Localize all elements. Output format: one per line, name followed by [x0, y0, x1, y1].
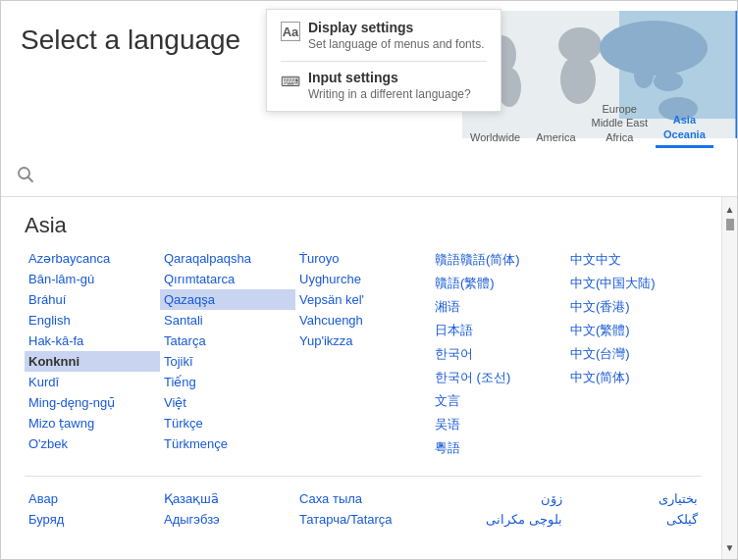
list-item[interactable]: Tojikī — [160, 351, 295, 372]
list-item[interactable]: Türkçe — [160, 413, 295, 433]
list-item[interactable]: Саха тыла — [295, 488, 431, 509]
other-col-2: Қазақша҄ Адыгэбзэ — [160, 488, 295, 530]
list-item[interactable]: Буряд — [25, 509, 160, 530]
other-language-grid: Авар Буряд Қазақша҄ Адыгэбзэ Саха тыла Т… — [25, 488, 702, 530]
list-item[interactable]: Ming-dęng-ngụ̄ — [25, 392, 160, 413]
asia-col-2: Qaraqalpaqsha Qırımtatarca Qazaqşa Santa… — [160, 248, 295, 460]
title-area: Select a language — [21, 17, 240, 56]
tab-asia-oceania[interactable]: Asia Oceania — [656, 109, 713, 148]
list-item[interactable]: 中文(简体) — [566, 366, 702, 389]
list-item[interactable]: 吴语 — [431, 413, 566, 436]
other-col-5: بختیاری گیلکی — [566, 488, 702, 530]
scroll-up-arrow[interactable]: ▲ — [722, 201, 738, 217]
input-settings-desc: Writing in a different language? — [308, 87, 471, 101]
list-item[interactable]: Việt — [160, 392, 295, 413]
list-item[interactable]: 中文(中国大陆) — [566, 272, 702, 295]
tab-worldwide[interactable]: Worldwide — [462, 127, 528, 148]
tab-america[interactable]: America — [528, 127, 583, 148]
list-item[interactable]: Mizo ṭawng — [25, 413, 160, 433]
region-tabs: Worldwide America Europe Middle East Afr… — [462, 98, 737, 148]
search-input[interactable] — [42, 169, 721, 185]
list-item-konknni[interactable]: Konknni — [25, 351, 160, 372]
select-language-dialog: ✕ Select a language Aa Display settings … — [0, 0, 738, 560]
list-item[interactable]: 湘语 — [431, 295, 566, 319]
list-item[interactable]: 文言 — [431, 389, 566, 413]
display-settings-item[interactable]: Aa Display settings Set language of menu… — [281, 20, 487, 51]
input-settings-label: Input settings — [308, 70, 471, 85]
list-item[interactable]: Tatarça — [160, 331, 295, 351]
map-area: Worldwide America Europe Middle East Afr… — [462, 1, 737, 148]
list-item[interactable]: 中文(香港) — [566, 295, 702, 319]
list-item[interactable]: Tiếng — [160, 372, 295, 392]
list-item[interactable]: Santali — [160, 310, 295, 331]
list-item[interactable]: Vahcuengh — [295, 310, 431, 331]
list-item[interactable]: Yup'ikzza — [295, 331, 431, 351]
section-divider — [25, 476, 702, 477]
scroll-thumb[interactable] — [726, 219, 734, 230]
svg-point-5 — [634, 61, 654, 88]
asia-section: Asia Azərbaycanca Bân-lâm-gú Bráhuí Engl… — [25, 213, 702, 460]
asia-col-1: Azərbaycanca Bân-lâm-gú Bráhuí English H… — [25, 248, 160, 460]
scroll-track — [722, 217, 737, 539]
list-item[interactable]: Татарча/Tatarça — [295, 509, 431, 530]
list-item[interactable]: 贛語贛語(简体) — [431, 248, 566, 272]
content-area: Asia Azərbaycanca Bân-lâm-gú Bráhuí Engl… — [1, 197, 737, 559]
list-item[interactable]: 한국어 (조선) — [431, 366, 566, 389]
search-icon — [17, 166, 34, 188]
list-item[interactable]: زۆن — [431, 488, 566, 509]
asia-col-3: Ṫuroyo Uyghurche Vepsän kel' Vahcuengh Y… — [295, 248, 431, 460]
svg-point-3 — [560, 55, 596, 104]
svg-point-4 — [600, 21, 708, 76]
list-item[interactable]: 日本語 — [431, 319, 566, 342]
list-item[interactable]: Адыгэбзэ — [160, 509, 295, 530]
settings-divider — [281, 61, 487, 62]
list-item[interactable]: بلوچی مکرانی — [431, 509, 566, 530]
other-section: Авар Буряд Қазақша҄ Адыгэбзэ Саха тыла Т… — [25, 488, 702, 530]
other-col-3: Саха тыла Татарча/Tatarça — [295, 488, 431, 530]
search-bar — [1, 158, 737, 197]
list-item[interactable]: Azərbaycanca — [25, 248, 160, 269]
input-settings-icon: ⌨ — [281, 72, 300, 91]
list-item[interactable]: Vepsän kel' — [295, 289, 431, 310]
list-item[interactable]: 中文中文 — [566, 248, 702, 272]
list-item[interactable]: Uyghurche — [295, 269, 431, 289]
list-item[interactable]: Qırımtatarca — [160, 269, 295, 289]
scroll-down-arrow[interactable]: ▼ — [722, 539, 738, 555]
list-item-qazaqsa[interactable]: Qazaqşa — [160, 289, 295, 310]
dialog-header: Select a language Aa Display settings Se… — [1, 1, 737, 158]
list-item[interactable]: Kurdî — [25, 372, 160, 392]
display-settings-desc: Set language of menus and fonts. — [308, 37, 484, 51]
list-item[interactable]: 한국어 — [431, 342, 566, 366]
list-item[interactable]: Bân-lâm-gú — [25, 269, 160, 289]
list-item[interactable]: 中文(繁體) — [566, 319, 702, 342]
list-item[interactable]: 粵語 — [431, 436, 566, 460]
list-item[interactable]: 贛語(繁體) — [431, 272, 566, 295]
other-col-4: زۆن بلوچی مکرانی — [431, 488, 566, 530]
list-item[interactable]: Bráhuí — [25, 289, 160, 310]
tab-europe-middle-east-africa[interactable]: Europe Middle East Africa — [584, 98, 656, 148]
input-settings-item[interactable]: ⌨ Input settings Writing in a different … — [281, 70, 487, 101]
svg-point-6 — [654, 72, 683, 91]
display-settings-icon: Aa — [281, 22, 300, 41]
list-item[interactable]: O'zbek — [25, 433, 160, 454]
asia-language-grid: Azərbaycanca Bân-lâm-gú Bráhuí English H… — [25, 248, 702, 460]
list-item[interactable]: Qaraqalpaqsha — [160, 248, 295, 269]
list-item[interactable]: Ṫuroyo — [295, 248, 431, 269]
svg-line-12 — [28, 178, 33, 182]
list-item[interactable]: گیلکی — [566, 509, 702, 530]
list-item[interactable]: Авар — [25, 488, 160, 509]
list-item[interactable]: English — [25, 310, 160, 331]
dialog-title: Select a language — [21, 25, 240, 56]
list-item[interactable]: Hak-kâ-fa — [25, 331, 160, 351]
list-item[interactable]: بختیاری — [566, 488, 702, 509]
display-settings-label: Display settings — [308, 20, 484, 35]
list-item[interactable]: Türkmençe — [160, 433, 295, 454]
other-col-1: Авар Буряд — [25, 488, 160, 530]
scrollbar: ▲ ▼ — [721, 197, 737, 559]
list-item[interactable]: Қазақша҄ — [160, 488, 295, 509]
language-list: Asia Azərbaycanca Bân-lâm-gú Bráhuí Engl… — [1, 197, 721, 559]
asia-header: Asia — [25, 213, 702, 238]
asia-col-4: 贛語贛語(简体) 贛語(繁體) 湘语 日本語 한국어 한국어 (조선) 文言 吴… — [431, 248, 566, 460]
list-item[interactable]: 中文(台灣) — [566, 342, 702, 366]
settings-panel: Aa Display settings Set language of menu… — [266, 9, 501, 112]
